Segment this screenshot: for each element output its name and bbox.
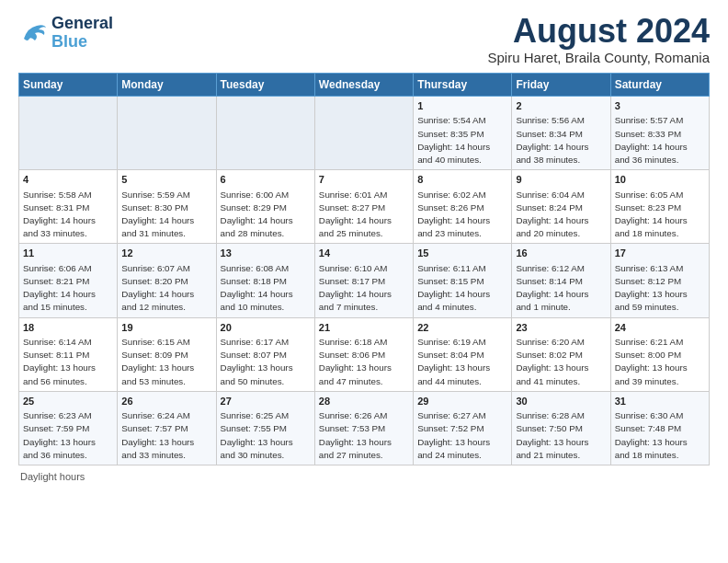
calendar-cell: 26Sunrise: 6:24 AM Sunset: 7:57 PM Dayli… — [118, 391, 216, 465]
day-number: 12 — [121, 247, 211, 260]
weekday-header-friday: Friday — [512, 74, 610, 97]
day-number: 28 — [319, 395, 409, 408]
day-info: Sunrise: 6:08 AM Sunset: 8:18 PM Dayligh… — [221, 262, 311, 315]
day-number: 20 — [221, 321, 311, 335]
calendar-week-1: 4Sunrise: 5:58 AM Sunset: 8:31 PM Daylig… — [19, 170, 710, 244]
calendar-cell: 4Sunrise: 5:58 AM Sunset: 8:31 PM Daylig… — [19, 170, 118, 244]
calendar-cell: 25Sunrise: 6:23 AM Sunset: 7:59 PM Dayli… — [19, 391, 118, 465]
day-info: Sunrise: 6:15 AM Sunset: 8:09 PM Dayligh… — [121, 336, 211, 388]
day-info: Sunrise: 6:17 AM Sunset: 8:07 PM Dayligh… — [221, 336, 311, 388]
calendar-cell: 20Sunrise: 6:17 AM Sunset: 8:07 PM Dayli… — [216, 317, 314, 391]
day-number: 29 — [417, 395, 507, 408]
footer-note: Daylight hours — [18, 471, 710, 482]
day-number: 21 — [319, 321, 409, 335]
weekday-header-wednesday: Wednesday — [314, 74, 413, 97]
calendar-cell: 23Sunrise: 6:20 AM Sunset: 8:02 PM Dayli… — [512, 317, 610, 391]
day-info: Sunrise: 6:18 AM Sunset: 8:06 PM Dayligh… — [319, 336, 409, 388]
day-info: Sunrise: 6:20 AM Sunset: 8:02 PM Dayligh… — [516, 336, 606, 388]
day-info: Sunrise: 6:14 AM Sunset: 8:11 PM Dayligh… — [23, 336, 113, 388]
day-number: 5 — [121, 173, 211, 187]
day-number: 9 — [516, 173, 606, 187]
day-info: Sunrise: 6:23 AM Sunset: 7:59 PM Dayligh… — [23, 409, 113, 462]
calendar-cell: 5Sunrise: 5:59 AM Sunset: 8:30 PM Daylig… — [118, 170, 216, 244]
calendar-cell: 14Sunrise: 6:10 AM Sunset: 8:17 PM Dayli… — [314, 244, 413, 317]
weekday-header-sunday: Sunday — [19, 74, 118, 97]
day-number: 15 — [417, 247, 507, 260]
day-info: Sunrise: 6:05 AM Sunset: 8:23 PM Dayligh… — [615, 189, 705, 241]
day-number: 19 — [121, 321, 211, 335]
weekday-header-thursday: Thursday — [414, 74, 512, 97]
day-info: Sunrise: 6:07 AM Sunset: 8:20 PM Dayligh… — [121, 262, 211, 315]
calendar-week-4: 25Sunrise: 6:23 AM Sunset: 7:59 PM Dayli… — [19, 391, 710, 465]
day-number: 16 — [516, 247, 606, 260]
weekday-header-monday: Monday — [118, 74, 216, 97]
day-info: Sunrise: 6:11 AM Sunset: 8:15 PM Dayligh… — [417, 262, 507, 315]
calendar-header-row: SundayMondayTuesdayWednesdayThursdayFrid… — [19, 74, 710, 97]
calendar-cell — [19, 97, 118, 170]
logo: General Blue — [18, 15, 113, 52]
day-number: 2 — [516, 99, 606, 113]
calendar-cell: 21Sunrise: 6:18 AM Sunset: 8:06 PM Dayli… — [314, 317, 413, 391]
day-info: Sunrise: 6:30 AM Sunset: 7:48 PM Dayligh… — [615, 409, 705, 462]
calendar-cell: 24Sunrise: 6:21 AM Sunset: 8:00 PM Dayli… — [610, 317, 709, 391]
day-number: 26 — [121, 395, 211, 408]
calendar-cell: 29Sunrise: 6:27 AM Sunset: 7:52 PM Dayli… — [414, 391, 512, 465]
logo-text: General Blue — [51, 15, 113, 52]
day-number: 22 — [417, 321, 507, 335]
day-info: Sunrise: 6:27 AM Sunset: 7:52 PM Dayligh… — [417, 409, 507, 462]
day-info: Sunrise: 6:28 AM Sunset: 7:50 PM Dayligh… — [516, 409, 606, 462]
calendar-cell: 11Sunrise: 6:06 AM Sunset: 8:21 PM Dayli… — [19, 244, 118, 317]
calendar-cell: 8Sunrise: 6:02 AM Sunset: 8:26 PM Daylig… — [414, 170, 512, 244]
day-number: 30 — [516, 395, 606, 408]
calendar-cell — [314, 97, 413, 170]
subtitle: Spiru Haret, Braila County, Romania — [488, 50, 711, 65]
day-info: Sunrise: 6:19 AM Sunset: 8:04 PM Dayligh… — [417, 336, 507, 388]
day-info: Sunrise: 5:59 AM Sunset: 8:30 PM Dayligh… — [121, 189, 211, 241]
day-number: 25 — [23, 395, 113, 408]
calendar-cell — [118, 97, 216, 170]
logo-icon — [18, 18, 48, 48]
day-number: 31 — [615, 395, 705, 408]
day-info: Sunrise: 6:13 AM Sunset: 8:12 PM Dayligh… — [615, 262, 705, 315]
calendar-cell: 2Sunrise: 5:56 AM Sunset: 8:34 PM Daylig… — [512, 97, 610, 170]
calendar-cell: 9Sunrise: 6:04 AM Sunset: 8:24 PM Daylig… — [512, 170, 610, 244]
day-number: 3 — [615, 99, 705, 113]
calendar-week-2: 11Sunrise: 6:06 AM Sunset: 8:21 PM Dayli… — [19, 244, 710, 317]
calendar-week-0: 1Sunrise: 5:54 AM Sunset: 8:35 PM Daylig… — [19, 97, 710, 170]
day-info: Sunrise: 5:58 AM Sunset: 8:31 PM Dayligh… — [23, 189, 113, 241]
calendar-cell: 22Sunrise: 6:19 AM Sunset: 8:04 PM Dayli… — [414, 317, 512, 391]
weekday-header-tuesday: Tuesday — [216, 74, 314, 97]
day-info: Sunrise: 6:12 AM Sunset: 8:14 PM Dayligh… — [516, 262, 606, 315]
calendar-cell — [216, 97, 314, 170]
day-number: 11 — [23, 247, 113, 260]
day-number: 4 — [23, 173, 113, 187]
day-info: Sunrise: 5:56 AM Sunset: 8:34 PM Dayligh… — [516, 114, 606, 167]
day-info: Sunrise: 6:26 AM Sunset: 7:53 PM Dayligh… — [319, 409, 409, 462]
day-info: Sunrise: 5:57 AM Sunset: 8:33 PM Dayligh… — [615, 114, 705, 167]
calendar-cell: 30Sunrise: 6:28 AM Sunset: 7:50 PM Dayli… — [512, 391, 610, 465]
calendar-cell: 10Sunrise: 6:05 AM Sunset: 8:23 PM Dayli… — [610, 170, 709, 244]
calendar-cell: 1Sunrise: 5:54 AM Sunset: 8:35 PM Daylig… — [414, 97, 512, 170]
day-number: 24 — [615, 321, 705, 335]
page: General Blue August 2024 Spiru Haret, Br… — [0, 0, 728, 493]
day-number: 7 — [319, 173, 409, 187]
day-number: 23 — [516, 321, 606, 335]
calendar-cell: 3Sunrise: 5:57 AM Sunset: 8:33 PM Daylig… — [610, 97, 709, 170]
calendar-cell: 17Sunrise: 6:13 AM Sunset: 8:12 PM Dayli… — [610, 244, 709, 317]
calendar-table: SundayMondayTuesdayWednesdayThursdayFrid… — [18, 73, 710, 465]
title-block: August 2024 Spiru Haret, Braila County, … — [488, 15, 711, 65]
day-info: Sunrise: 6:06 AM Sunset: 8:21 PM Dayligh… — [23, 262, 113, 315]
calendar-cell: 16Sunrise: 6:12 AM Sunset: 8:14 PM Dayli… — [512, 244, 610, 317]
day-number: 17 — [615, 247, 705, 260]
day-info: Sunrise: 6:01 AM Sunset: 8:27 PM Dayligh… — [319, 189, 409, 241]
calendar-cell: 12Sunrise: 6:07 AM Sunset: 8:20 PM Dayli… — [118, 244, 216, 317]
calendar-cell: 7Sunrise: 6:01 AM Sunset: 8:27 PM Daylig… — [314, 170, 413, 244]
day-number: 8 — [417, 173, 507, 187]
day-number: 13 — [221, 247, 311, 260]
day-info: Sunrise: 6:10 AM Sunset: 8:17 PM Dayligh… — [319, 262, 409, 315]
main-title: August 2024 — [488, 15, 711, 48]
calendar-cell: 28Sunrise: 6:26 AM Sunset: 7:53 PM Dayli… — [314, 391, 413, 465]
day-info: Sunrise: 6:00 AM Sunset: 8:29 PM Dayligh… — [221, 189, 311, 241]
day-number: 10 — [615, 173, 705, 187]
day-info: Sunrise: 6:04 AM Sunset: 8:24 PM Dayligh… — [516, 189, 606, 241]
